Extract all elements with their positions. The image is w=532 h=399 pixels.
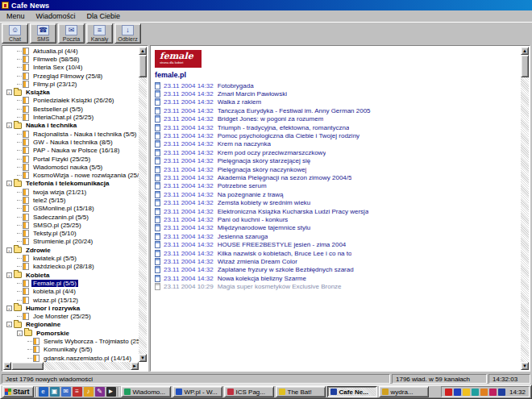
tree-feed-interia-sex-10-4[interactable]: Interia Sex (10/4) [3,64,139,72]
tree-feed-kwiatek-pl-5-5[interactable]: kwiatek.pl (5/5) [3,254,139,262]
task-button-wydra[interactable]: wydra... [379,386,429,397]
tree-folder-zdrowie[interactable]: -Zdrowie [3,246,139,254]
tree-feed-portal-fizyki-25-25[interactable]: Portal Fizyki (25/25) [3,155,139,163]
scroll-up-icon[interactable]: ▲ [521,47,529,55]
news-item[interactable]: 23.11 2004 14:32HOUSE FREE2BESTYLE jesie… [155,240,521,248]
show-desktop-icon[interactable]: ▣ [50,387,60,397]
tree-hscroll-thumb[interactable] [11,362,44,370]
tree-scroll-thumb[interactable] [139,55,147,77]
tree-horizontal-scrollbar[interactable]: ◄ ► [3,362,139,370]
news-item[interactable]: 23.11 2004 14:32Kilka nazwisk o kobietac… [155,249,521,257]
tree-feed-gw-nauka-i-technika-8-5[interactable]: GW - Nauka i technika (8/5) [3,138,139,146]
channels-bar-icon[interactable]: ≡ [73,387,82,397]
collapse-icon[interactable]: - [6,247,12,253]
task-button-the-bat[interactable]: The Bat! [276,386,326,397]
task-button-wp-pl-w[interactable]: WP.pl - W... [172,386,222,397]
news-item[interactable]: 23.11 2004 14:32Pielęgnacja skóry starze… [155,157,521,165]
news-item[interactable]: 23.11 2004 14:32Krem pod oczy przeciwzma… [155,148,521,156]
toolbar-button-poczta[interactable]: ✉Poczta [58,23,85,44]
menu-item-menu[interactable]: Menu [2,11,31,21]
scroll-up-icon[interactable]: ▲ [139,47,147,55]
news-item[interactable]: 23.11 2004 14:32Zaplatane fryzury w szko… [155,266,521,274]
tree-feed-przegląd-filmowy-25-8[interactable]: Przegląd Filmowy (25/8) [3,72,139,80]
media-player-icon[interactable]: ♪ [84,387,94,397]
tree-feed-twoja-wizja-21-21[interactable]: twoja wizja (21/21) [3,188,139,196]
news-item[interactable]: 23.11 2004 14:32Bridget Jones: w pogoni … [155,115,521,123]
toolbar-button-kanały[interactable]: ≡Kanały [86,23,113,44]
tree-feed-aktualia-pl-4-4[interactable]: Aktualia.pl (4/4) [3,47,139,55]
news-item[interactable]: 23.11 2004 14:32Jesienna szaruga [155,232,521,240]
gadu-gadu-icon[interactable] [463,389,470,396]
news-item[interactable]: 23.11 2004 14:32Pani od kuchni - konkurs [155,215,521,223]
tree-folder-kobieta[interactable]: -Kobieta [3,271,139,279]
display-icon[interactable] [454,389,461,396]
tree-feed-serwis-wyborcza-trójmiasto-25-12[interactable]: Serwis Wyborcza - Trójmiasto (25/12) [3,337,139,345]
task-button-ics-pag[interactable]: ICS Pag... [224,386,274,397]
tree-feed-wizaz-pl-15-12[interactable]: wizaz.pl (15/12) [3,296,139,304]
news-item[interactable]: 23.11 2004 14:32Potrzebne serum [155,182,521,190]
paint-icon[interactable]: ✎ [95,387,105,397]
toolbar-button-odbierz[interactable]: ↓Odbierz [114,23,141,44]
scroll-right-icon[interactable]: ► [131,362,139,370]
tree-feed-teksty-pl-5-10[interactable]: Teksty.pl (5/10) [3,230,139,238]
tree-vertical-scrollbar[interactable]: ▲ ▼ [139,47,147,362]
start-button[interactable]: Start [2,386,34,397]
news-item[interactable]: 23.11 2004 14:32Tańcząca Eurydyka - Fest… [155,106,521,114]
news-item[interactable]: 23.11 2004 14:32Pielęgnacja skóry naczyn… [155,165,521,173]
tree-feed-racjonalista-nauka-i-technika-5-5[interactable]: Racjonalista - Nauka i technika (5/5) [3,130,139,138]
collapse-icon[interactable]: - [17,330,23,336]
antivirus-icon[interactable] [445,389,452,396]
news-item[interactable]: 23.11 2004 14:32Fotobrygada [155,81,521,89]
tree-feed-komunikaty-5-5[interactable]: Komunikaty (5/5) [3,346,139,354]
tree-feed-kosmowizja-nowe-rozwiązania-25-15[interactable]: KosmoWizja - nowe rozwiązania (25/15) [3,171,139,179]
toolbar-button-sms[interactable]: ☎SMS [30,23,56,44]
winamp-icon[interactable]: ► [106,387,116,397]
tree-folder-książka[interactable]: -Książka [3,88,139,96]
volume-icon[interactable] [480,389,488,396]
news-item[interactable]: 23.11 2004 14:32Nowa kolekcja bielizny S… [155,274,521,282]
news-item[interactable]: 23.11 2004 14:32Zmarł Marcin Pawłowski [155,89,521,98]
news-vertical-scrollbar[interactable]: ▲ ▼ [521,47,529,370]
collapse-icon[interactable]: - [6,181,12,186]
tree-feed-gsmonline-pl-15-18[interactable]: GSMonline.pl (15/18) [3,205,139,213]
tree-folder-pomorskie[interactable]: -Pomorskie [3,329,139,337]
toolbar-button-chat[interactable]: ☺Chat [2,23,28,44]
tree-feed-kobieta-pl-4-4[interactable]: kobieta.pl (4/4) [3,288,139,296]
tree-feed-pap-nauka-w-polsce-16-18[interactable]: PAP - Nauka w Polsce (16/18) [3,147,139,155]
tree-feed-każdziecko-pl-28-18[interactable]: każdziecko.pl (28/18) [3,263,139,271]
feed-title-link[interactable]: female.pl [155,71,521,79]
tree-feed-smso-pl-25-25[interactable]: SMSO.pl (25/25) [3,221,139,229]
collapse-icon[interactable]: - [6,272,12,278]
outlook-icon[interactable]: ✉ [61,387,71,397]
tree-folder-humor-i-rozrywka[interactable]: -Humor i rozrywka [3,304,139,312]
task-button-cafe-ne[interactable]: Cafe Ne... [327,386,377,397]
tree-folder-telefonia-i-telekomunikacja[interactable]: -Telefonia i telekomunikacja [3,180,139,188]
scroll-down-icon[interactable]: ▼ [521,362,529,370]
tree-folder-nauka-i-technika[interactable]: -Nauka i technika [3,122,139,130]
tree-feed-gdansk-naszemiasto-pl-14-14[interactable]: gdansk.naszemiasto.pl (14/14) [3,354,139,362]
collapse-icon[interactable]: - [6,322,12,327]
tree-feed-sadeczanin-pl-5-5[interactable]: Sadeczanin.pl (5/5) [3,213,139,221]
news-item[interactable]: 23.11 2004 14:32Zemsta kobiety w średnim… [155,198,521,206]
collapse-icon[interactable]: - [6,305,12,311]
scroll-down-icon[interactable]: ▼ [139,354,147,362]
scroll-left-icon[interactable]: ◄ [3,362,11,370]
news-item[interactable]: 23.11 2004 10:29Magia super kosmetyków E… [155,282,521,290]
tree-feed-joe-monster-25-25[interactable]: Joe Monster (25/25) [3,313,139,321]
news-item[interactable]: 23.11 2004 14:32Pomoc psychologiczna dla… [155,131,521,139]
tree-feed-filmweb-58-58[interactable]: Filmweb (58/58) [3,55,139,63]
ie-icon[interactable]: e [39,387,48,397]
news-item[interactable]: 23.11 2004 14:32Akademia Pielęgnacji na … [155,173,521,181]
collapse-icon[interactable]: - [6,123,12,128]
news-item[interactable]: 23.11 2004 14:32Walka z rakiem [155,98,521,106]
cafenews-icon[interactable] [498,389,505,396]
news-scroll-thumb[interactable] [521,55,529,77]
firewall-icon[interactable] [489,389,497,396]
scanner-icon[interactable] [472,389,479,396]
titlebar[interactable]: Cafe News [0,0,532,10]
tree-feed-filmy-pl-23-12[interactable]: Filmy.pl (23/12) [3,80,139,88]
menu-item-dla-ciebie[interactable]: Dla Ciebie [82,11,127,21]
news-item[interactable]: 23.11 2004 14:32Wizaż zmienia Dream Colo… [155,257,521,265]
collapse-icon[interactable]: - [6,89,12,95]
tree-feed-strumienie-pl-20-24[interactable]: Strumienie.pl (20/24) [3,238,139,246]
